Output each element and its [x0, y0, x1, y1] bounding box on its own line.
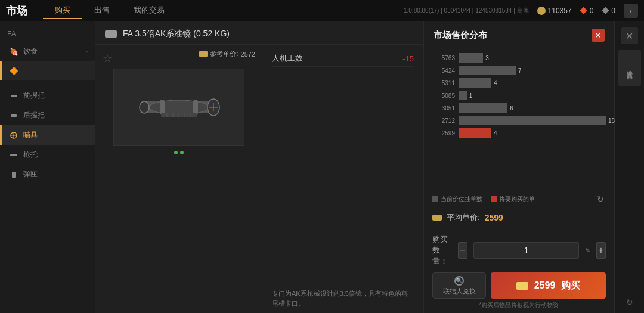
- stat-value: -15: [402, 54, 414, 63]
- qty-decrease-button[interactable]: −: [458, 242, 467, 259]
- sidebar-divider-1: [0, 83, 95, 83]
- scope-icon: [9, 131, 18, 140]
- legend-current-label: 当前价位挂单数: [441, 195, 482, 203]
- chart-count-5424: 7: [518, 67, 522, 74]
- sidebar-item-front-grip[interactable]: 前握把: [0, 86, 95, 106]
- item-icon-small: [105, 30, 117, 38]
- nav-buy[interactable]: 购买: [43, 2, 82, 19]
- refresh-button[interactable]: ↻: [595, 194, 606, 204]
- market-title: 市场: [6, 4, 27, 18]
- search-goods-button[interactable]: 搜索商品: [618, 50, 641, 86]
- legend-pending: 将要购买的单: [491, 195, 535, 203]
- search-close-button[interactable]: ✕: [621, 27, 638, 44]
- dot-1: [174, 151, 178, 154]
- nav-sell[interactable]: 出售: [82, 2, 122, 19]
- chart-row-5763: 5763 3: [432, 53, 606, 63]
- close-button[interactable]: ✕: [592, 29, 605, 42]
- chart-label-2712: 2712: [432, 117, 455, 124]
- quantity-row: 购买数量： − ✎ +: [432, 234, 606, 266]
- coins-display: 110357: [537, 7, 572, 15]
- money-icon-avg: [432, 215, 442, 221]
- sidebar-rear-grip-label: 后握把: [23, 110, 88, 120]
- back-button[interactable]: ‹: [624, 4, 638, 18]
- chart-label-5085: 5085: [432, 92, 455, 99]
- qty-label: 购买数量：: [432, 234, 452, 266]
- bar-fill-2599-orange: [459, 128, 491, 138]
- sidebar-scope-label: 瞄具: [23, 130, 88, 140]
- chart-label-5424: 5424: [432, 67, 455, 74]
- top-bar-right: 1.0.80.80(17) | 03041044 | 12453081584 |…: [404, 4, 638, 18]
- buy-price: 2599: [534, 280, 556, 291]
- svg-rect-6: [12, 172, 16, 178]
- rear-grip-icon: [9, 111, 18, 120]
- chart-label-5311: 5311: [432, 80, 455, 86]
- center-panel: FA 3.5倍AK系准镜 (0.52 KG) ☆ 参考单价: 2572: [95, 21, 423, 313]
- chart-count-2599: 4: [494, 130, 497, 137]
- item-dots: [174, 151, 184, 154]
- sidebar-item-mag[interactable]: 弹匣: [0, 165, 95, 184]
- main-content: FA 🍖 饮食 › 🔶 前握把 后握把 瞄具: [0, 21, 644, 313]
- item-stats: 人机工效 -15: [262, 45, 423, 284]
- active-icon: 🔶: [9, 66, 18, 76]
- svg-rect-1: [11, 114, 17, 117]
- top-bar-left: 市场 购买 出售 我的交易: [6, 2, 177, 19]
- top-nav: 购买 出售 我的交易: [43, 2, 177, 19]
- sidebar-item-scope[interactable]: 瞄具: [0, 125, 95, 145]
- chart-bar-5424: 7: [459, 66, 606, 75]
- gems-display: 0: [580, 7, 594, 15]
- buy-label: 购买: [561, 280, 580, 292]
- svg-rect-11: [160, 100, 165, 114]
- chart-count-5763: 3: [485, 55, 489, 61]
- sidebar-item-stock[interactable]: 枪托: [0, 145, 95, 165]
- bottom-refresh-button[interactable]: ↻: [626, 297, 633, 307]
- legend-pending-label: 将要购买的单: [499, 195, 535, 203]
- legend-gray-box: [432, 196, 438, 202]
- chart-legend: 当前价位挂单数 将要购买的单 ↻: [424, 191, 614, 207]
- chart-count-2712: 18: [608, 117, 615, 124]
- chart-row-2712: 2712 18: [432, 116, 606, 125]
- mag-icon: [9, 170, 18, 179]
- chart-bar-5311: 4: [459, 78, 606, 88]
- buy-area: 购买数量： − ✎ + 🔍 联结人兑换 2599 购买 *购买后物品将被视为行动…: [424, 228, 614, 313]
- bar-fill-5085: [459, 91, 467, 100]
- chart-row-5311: 5311 4: [432, 78, 606, 88]
- sidebar-item-active[interactable]: 🔶: [0, 61, 95, 80]
- food-icon: 🍖: [9, 47, 18, 57]
- chart-count-5311: 4: [494, 80, 497, 86]
- legend-orange-box: [491, 196, 497, 202]
- sidebar: FA 🍖 饮食 › 🔶 前握把 后握把 瞄具: [0, 21, 95, 313]
- gem-value: 0: [590, 7, 594, 15]
- qty-input[interactable]: [473, 242, 579, 259]
- svg-point-8: [149, 100, 209, 114]
- ref-price-label: 参考单价:: [210, 49, 238, 58]
- sidebar-item-food[interactable]: 🍖 饮食 ›: [0, 42, 95, 61]
- buy-money-icon: [516, 282, 528, 290]
- search-col: ✕ 搜索商品 ↻: [614, 21, 644, 313]
- item-body: ☆ 参考单价: 2572: [95, 45, 423, 313]
- chart-count-3051: 6: [510, 105, 513, 111]
- chart-bar-2712: 18: [459, 116, 606, 125]
- avg-price-label: 平均单价:: [447, 212, 480, 223]
- bar-fill-5763: [459, 53, 483, 63]
- sidebar-item-rear-grip[interactable]: 后握把: [0, 106, 95, 125]
- buy-button[interactable]: 2599 购买: [491, 272, 606, 299]
- top-bar: 市场 购买 出售 我的交易 1.0.80.80(17) | 03041044 |…: [0, 0, 644, 21]
- coin-icon: [537, 7, 546, 15]
- exchange-button[interactable]: 🔍 联结人兑换: [432, 272, 486, 299]
- ref-price: 参考单价: 2572: [199, 49, 255, 58]
- favorite-button[interactable]: ☆: [103, 52, 112, 65]
- other-value: 0: [611, 7, 615, 15]
- food-arrow-icon: ›: [86, 48, 88, 55]
- chart-bar-5085: 1: [459, 91, 606, 100]
- nav-my-trade[interactable]: 我的交易: [122, 2, 177, 19]
- item-right-col: 人机工效 -15 专门为AK系枪械设计的3.5倍镜，具有特色的燕尾槽卡口。: [262, 45, 423, 313]
- scope-image: [125, 83, 233, 131]
- chart-bar-3051: 6: [459, 103, 606, 113]
- money-icon: [199, 51, 208, 57]
- chart-row-2599: 2599 4: [432, 128, 606, 138]
- market-header: 市场售价分布 ✕: [424, 21, 614, 47]
- legend-current: 当前价位挂单数: [432, 195, 482, 203]
- exchange-icon: 🔍: [454, 276, 464, 286]
- exchange-label: 联结人兑换: [443, 287, 476, 296]
- qty-increase-button[interactable]: +: [596, 242, 606, 259]
